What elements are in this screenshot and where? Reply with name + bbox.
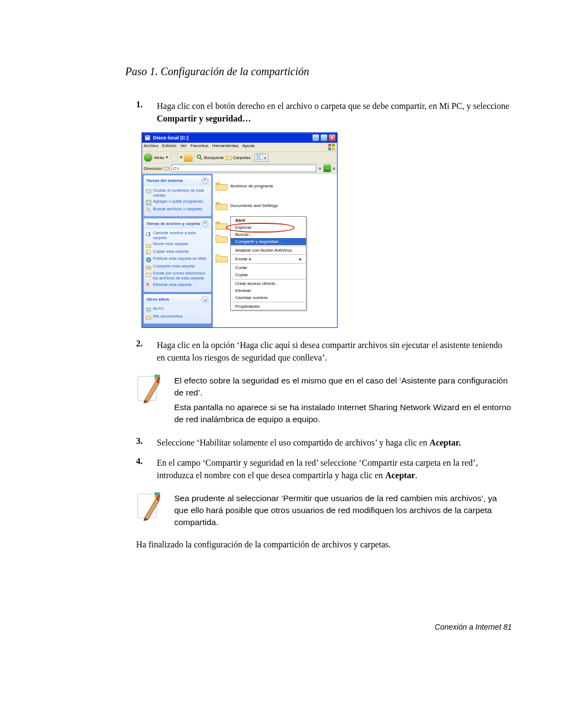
ctx-copiar[interactable]: Copiar <box>231 271 306 278</box>
svg-line-18 <box>149 210 151 212</box>
back-button[interactable]: ← <box>144 153 152 162</box>
step-3: 3. Seleccione ‘Habilitar solamente el us… <box>136 436 512 449</box>
svg-rect-15 <box>146 190 151 193</box>
svg-rect-34 <box>157 492 160 495</box>
up-button[interactable] <box>184 153 193 162</box>
menu-ver[interactable]: Ver <box>180 143 187 151</box>
ctx-cortar[interactable]: Cortar <box>231 264 306 271</box>
svg-rect-10 <box>259 155 260 156</box>
ctx-abrir[interactable]: Abrir <box>231 217 306 224</box>
pencil-note-icon <box>136 492 161 525</box>
step-text: En el campo ‘Compartir y seguridad en la… <box>157 458 478 480</box>
svg-rect-25 <box>147 308 151 310</box>
xp-explorer-window: Disco local (C:) _□× Archivo Edición Ver… <box>142 132 338 327</box>
note-text: El efecto sobre la seguridad es el mismo… <box>174 375 512 398</box>
svg-rect-12 <box>259 157 260 159</box>
forward-button[interactable] <box>170 153 179 162</box>
address-input[interactable] <box>171 164 316 172</box>
ctx-cambiar[interactable]: Cambiar nombre <box>231 294 306 301</box>
svg-rect-8 <box>256 155 263 160</box>
svg-rect-22 <box>148 250 151 253</box>
step-bold: Aceptar <box>385 471 415 480</box>
svg-rect-20 <box>149 231 150 236</box>
step-bold: Compartir y seguridad… <box>157 114 251 123</box>
views-button[interactable]: ▾ <box>254 153 268 162</box>
file-tasks-panel: Tareas de archivo y carpeta⌃ Cambiar nom… <box>144 218 211 292</box>
folder-label: Archivos de programa <box>230 184 273 188</box>
menu-herramientas[interactable]: Herramientas <box>212 143 238 151</box>
windows-flag-icon <box>328 143 335 151</box>
task-share[interactable]: Compartir esta carpeta <box>146 263 209 271</box>
svg-rect-28 <box>155 375 157 377</box>
collapse-icon[interactable]: ⌃ <box>201 177 209 184</box>
tasks-sidebar: Tareas del sistema⌃ Ocultar el contenido… <box>142 174 213 327</box>
folders-button[interactable]: Carpetas <box>225 154 250 161</box>
menu-archivo[interactable]: Archivo <box>144 143 158 151</box>
step-text: Haga clic con el botón derecho en el arc… <box>157 101 510 111</box>
task-email[interactable]: Enviar por correo electrónico los archiv… <box>146 271 209 282</box>
link-mipc[interactable]: Mi PC <box>146 306 209 314</box>
folder-documents-settings[interactable]: Documents and Settings <box>215 200 335 211</box>
ctx-propiedades[interactable]: Propiedades <box>231 303 306 310</box>
step-number: 1. <box>136 100 157 125</box>
step-number: 2. <box>136 339 157 364</box>
ctx-enviar[interactable]: Enviar a▸ <box>231 255 306 263</box>
svg-rect-16 <box>146 200 151 204</box>
svg-rect-1 <box>146 136 149 137</box>
svg-rect-9 <box>258 155 259 156</box>
addressbar: Dirección ▼ → Ir <box>142 163 337 174</box>
step-text-after: . <box>415 471 417 480</box>
step-text: Seleccione ‘Habilitar solamente el uso c… <box>157 438 430 447</box>
go-label: Ir <box>333 166 335 171</box>
menu-ayuda[interactable]: Ayuda <box>242 143 255 151</box>
maximize-button[interactable]: □ <box>320 134 328 142</box>
menu-edicion[interactable]: Edición <box>162 143 176 151</box>
panel-title-sistema: Tareas del sistema <box>146 178 183 183</box>
ctx-buscar[interactable]: Buscar... <box>231 231 306 238</box>
page-footer: Conexión a Internet 81 <box>434 623 512 631</box>
panel-title-archivo: Tareas de archivo y carpeta <box>146 221 200 226</box>
window-title: Disco local (C:) <box>153 135 189 141</box>
step-1: 1. Haga clic con el botón derecho en el … <box>136 100 512 125</box>
svg-rect-5 <box>332 148 335 150</box>
menu-favoritos[interactable]: Favoritos <box>191 143 209 151</box>
svg-line-7 <box>200 158 202 160</box>
other-places-panel: Otros sitios⌃ Mi PC Mis documentos <box>144 294 211 324</box>
expand-icon[interactable]: ⌃ <box>201 296 209 303</box>
collapse-icon[interactable]: ⌃ <box>201 220 209 227</box>
ctx-analizar[interactable]: Analizar con Norton AntiVirus <box>231 247 306 254</box>
close-button[interactable]: × <box>328 134 336 142</box>
task-copy[interactable]: Copiar esta carpeta <box>146 248 209 256</box>
task-search[interactable]: Buscar archivos o carpetas <box>146 206 209 214</box>
context-menu: Abrir Explorar Buscar... Compartir y seg… <box>230 216 307 310</box>
toolbar: ← Atrás ▾ ▾ Búsqueda Carpetas ▾ <box>142 152 337 163</box>
task-move[interactable]: Mover esta carpeta <box>146 241 209 249</box>
ctx-eliminar[interactable]: Eliminar <box>231 287 306 294</box>
ctx-acceso[interactable]: Crear acceso directo <box>231 280 306 287</box>
task-rename[interactable]: Cambiar nombre a esta carpeta <box>146 230 209 241</box>
folder-archivos-programa[interactable]: Archivos de programa <box>215 180 335 191</box>
file-area: Archivos de programa Documents and Setti… <box>213 174 337 327</box>
svg-rect-4 <box>328 148 331 150</box>
search-button[interactable]: Búsqueda <box>197 154 224 161</box>
pencil-note-icon <box>136 375 161 407</box>
svg-rect-29 <box>157 375 160 377</box>
task-hide-contents[interactable]: Ocultar el contenido de esta unidad <box>146 187 209 198</box>
step-4: 4. En el campo ‘Compartir y seguridad en… <box>136 456 512 482</box>
back-label[interactable]: Atrás <box>154 155 164 160</box>
svg-rect-0 <box>145 136 150 141</box>
section-title: Paso 1. Configuración de la compartición <box>125 65 512 78</box>
final-paragraph: Ha finalizado la configuración de la com… <box>136 540 512 550</box>
svg-rect-11 <box>258 157 259 159</box>
ctx-compartir[interactable]: Compartir y seguridad... <box>231 238 306 245</box>
step-number: 4. <box>136 456 157 482</box>
go-button[interactable]: → <box>323 164 331 172</box>
minimize-button[interactable]: _ <box>312 134 320 142</box>
task-add-remove[interactable]: Agregar o quitar programas <box>146 199 209 206</box>
task-publish[interactable]: Publicar esta carpeta en Web <box>146 256 209 264</box>
svg-rect-3 <box>332 144 335 147</box>
link-misdocs[interactable]: Mis documentos <box>146 313 209 321</box>
task-delete[interactable]: ✕Eliminar esta carpeta <box>146 282 209 289</box>
folder-label: Documents and Settings <box>230 203 278 208</box>
ctx-explorar[interactable]: Explorar <box>231 224 306 231</box>
